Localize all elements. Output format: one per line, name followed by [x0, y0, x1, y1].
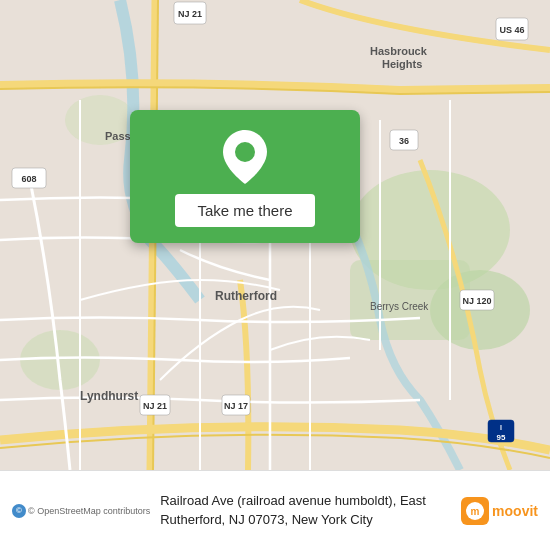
osm-attribution: © © OpenStreetMap contributors: [12, 504, 150, 518]
take-me-there-button[interactable]: Take me there: [175, 194, 314, 227]
map-pin-icon: [223, 130, 267, 184]
svg-text:I: I: [500, 424, 502, 431]
svg-text:NJ 17: NJ 17: [224, 401, 248, 411]
location-card: Take me there: [130, 110, 360, 243]
svg-text:NJ 21: NJ 21: [178, 9, 202, 19]
moovit-icon: m: [461, 497, 489, 525]
svg-text:Rutherford: Rutherford: [215, 289, 277, 303]
svg-text:NJ 21: NJ 21: [143, 401, 167, 411]
address-text: Railroad Ave (railroad avenue humboldt),…: [160, 492, 451, 528]
svg-text:36: 36: [399, 136, 409, 146]
svg-text:95: 95: [497, 433, 506, 442]
svg-text:Heights: Heights: [382, 58, 422, 70]
svg-text:Hasbrouck: Hasbrouck: [370, 45, 428, 57]
svg-text:608: 608: [21, 174, 36, 184]
svg-text:Lyndhurst: Lyndhurst: [80, 389, 138, 403]
svg-text:NJ 120: NJ 120: [462, 296, 491, 306]
svg-point-29: [235, 142, 255, 162]
bottom-info-bar: © © OpenStreetMap contributors Railroad …: [0, 470, 550, 550]
svg-text:m: m: [471, 506, 480, 517]
moovit-logo: m moovit: [461, 497, 538, 525]
map-container: NJ 21 US 46 36 608 NJ 17 NJ 120 I 95 NJ …: [0, 0, 550, 470]
osm-icon: ©: [12, 504, 26, 518]
svg-text:Berrys Creek: Berrys Creek: [370, 301, 429, 312]
osm-text: © OpenStreetMap contributors: [28, 506, 150, 516]
svg-text:US 46: US 46: [499, 25, 524, 35]
moovit-text: moovit: [492, 503, 538, 519]
